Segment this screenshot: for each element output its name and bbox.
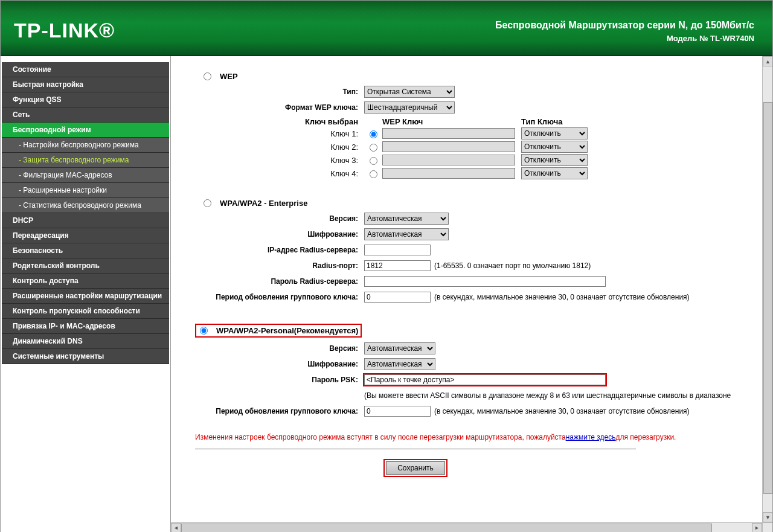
psk-pw-input[interactable] xyxy=(364,374,606,385)
wep-type-label: Тип: xyxy=(195,88,364,96)
sidebar-nav: СостояниеБыстрая настройкаФункция QSSСет… xyxy=(1,56,170,532)
scroll-thumb-v[interactable] xyxy=(763,102,772,494)
ent-version-label: Версия: xyxy=(195,214,364,223)
reboot-link[interactable]: нажмите здесь xyxy=(566,433,616,441)
sidebar-item-17[interactable]: Привязка IP- и MAC-адресов xyxy=(2,319,169,334)
psk-gk-hint: (в секундах, минимальное значение 30, 0 … xyxy=(434,407,690,415)
main-content: WEP Тип: Открытая Система Формат WEP клю… xyxy=(170,56,772,532)
sidebar-item-15[interactable]: Расширенные настройки маршрутизации xyxy=(2,289,169,304)
sidebar-item-8[interactable]: - Расширенные настройки xyxy=(2,183,169,198)
sidebar-item-1[interactable]: Быстрая настройка xyxy=(2,77,169,92)
sidebar-item-0[interactable]: Состояние xyxy=(2,62,169,77)
sidebar-item-3[interactable]: Сеть xyxy=(2,107,169,123)
sidebar-item-4[interactable]: Беспроводной режим xyxy=(2,123,169,138)
psk-gk-label: Период обновления группового ключа: xyxy=(195,407,364,415)
psk-pw-hint: (Вы можете ввести ASCII символы в диапаз… xyxy=(364,391,731,400)
sidebar-item-16[interactable]: Контроль пропускной способности xyxy=(2,304,169,319)
scroll-right-icon[interactable]: ► xyxy=(752,523,762,533)
wep-key-2-input[interactable] xyxy=(382,141,515,152)
radius-port-label: Radius-порт: xyxy=(195,261,364,270)
sidebar-item-18[interactable]: Динамический DNS xyxy=(2,334,169,349)
brand-logo: TP-LINK® xyxy=(14,19,115,42)
sidebar-item-2[interactable]: Функция QSS xyxy=(2,92,169,107)
psk-enc-select[interactable]: Автоматическая xyxy=(364,358,435,370)
sidebar-item-9[interactable]: - Статистика беспроводного режима xyxy=(2,198,169,213)
sidebar-item-11[interactable]: Переадресация xyxy=(2,228,169,243)
horizontal-scrollbar[interactable]: ◄ ► xyxy=(171,522,762,532)
header-banner: TP-LINK® Беспроводной Маршрутизатор сери… xyxy=(1,1,772,56)
wep-key-1-radio[interactable] xyxy=(370,130,377,138)
sidebar-item-14[interactable]: Контроль доступа xyxy=(2,274,169,289)
wep-key-1-input[interactable] xyxy=(382,128,515,139)
wep-key-2-label: Ключ 2: xyxy=(195,143,364,152)
wep-key-3-input[interactable] xyxy=(382,155,515,165)
reboot-warning: Изменения настроек беспроводного режима … xyxy=(195,433,766,441)
ent-enc-label: Шифрование: xyxy=(195,230,364,239)
radius-pw-label: Пароль Radius-сервера: xyxy=(195,277,364,286)
save-button[interactable]: Сохранить xyxy=(386,461,445,475)
wep-format-select[interactable]: Шестнадцатеричный xyxy=(364,101,455,114)
sidebar-item-13[interactable]: Родительский контроль xyxy=(2,258,169,274)
enterprise-title: WPA/WPA2 - Enterprise xyxy=(220,199,307,208)
scroll-thumb-h[interactable] xyxy=(181,524,712,533)
sidebar-item-6[interactable]: - Защита беспроводного режима xyxy=(2,153,169,168)
wep-type-select[interactable]: Открытая Система xyxy=(364,86,455,98)
wep-keytype-header: Тип Ключа xyxy=(521,117,562,126)
security-mode-enterprise-radio[interactable] xyxy=(204,199,211,207)
psk-version-label: Версия: xyxy=(195,344,364,353)
radius-port-hint: (1-65535. 0 означает порт по умолчанию 1… xyxy=(434,261,591,270)
radius-port-input[interactable] xyxy=(364,260,431,271)
header-title: Беспроводной Маршрутизатор серии N, до 1… xyxy=(495,20,754,31)
radius-ip-label: IP-адрес Radius-сервера: xyxy=(195,246,364,254)
wep-key-2-type-select[interactable]: Отключить xyxy=(521,141,588,153)
wep-title: WEP xyxy=(220,72,238,81)
ent-version-select[interactable]: Автоматическая xyxy=(364,213,449,225)
wep-key-1-label: Ключ 1: xyxy=(195,129,364,138)
wep-key-3-radio[interactable] xyxy=(370,157,377,165)
security-mode-personal-radio[interactable] xyxy=(200,327,208,335)
psk-enc-label: Шифрование: xyxy=(195,360,364,368)
wep-key-4-radio[interactable] xyxy=(370,170,377,178)
sidebar-item-19[interactable]: Системные инструменты xyxy=(2,349,169,364)
wep-key-2-radio[interactable] xyxy=(370,144,377,152)
wep-key-4-input[interactable] xyxy=(382,168,515,179)
wep-key-1-type-select[interactable]: Отключить xyxy=(521,127,588,139)
psk-gk-input[interactable] xyxy=(364,406,431,417)
sidebar-item-10[interactable]: DHCP xyxy=(2,213,169,228)
wep-selected-header: Ключ выбран xyxy=(195,117,364,126)
scroll-left-icon[interactable]: ◄ xyxy=(171,523,181,533)
divider xyxy=(195,449,636,449)
wep-key-3-type-select[interactable]: Отключить xyxy=(521,154,588,166)
wep-key-4-type-select[interactable]: Отключить xyxy=(521,167,588,179)
personal-title: WPA/WPA2-Personal(Рекомендуется) xyxy=(216,326,358,335)
radius-pw-input[interactable] xyxy=(364,276,606,287)
scroll-up-icon[interactable]: ▲ xyxy=(763,56,772,66)
vertical-scrollbar[interactable]: ▲ ▼ xyxy=(762,56,772,522)
header-model: Модель № TL-WR740N xyxy=(667,34,754,43)
wep-key-3-label: Ключ 3: xyxy=(195,156,364,165)
wep-key-4-label: Ключ 4: xyxy=(195,169,364,178)
ent-gk-input[interactable] xyxy=(364,292,431,303)
scroll-down-icon[interactable]: ▼ xyxy=(763,512,772,522)
scroll-corner xyxy=(762,522,772,532)
sidebar-item-12[interactable]: Безопасность xyxy=(2,243,169,258)
security-mode-wep-radio[interactable] xyxy=(204,72,211,80)
ent-enc-select[interactable]: Автоматическая xyxy=(364,228,449,240)
wep-key-header: WEP Ключ xyxy=(382,117,521,126)
wep-format-label: Формат WEP ключа: xyxy=(195,103,364,112)
psk-pw-label: Пароль PSK: xyxy=(195,376,364,384)
sidebar-item-5[interactable]: - Настройки беспроводного режима xyxy=(2,138,169,153)
ent-gk-hint: (в секундах, минимальное значение 30, 0 … xyxy=(434,293,690,301)
sidebar-item-7[interactable]: - Фильтрация MAC-адресов xyxy=(2,168,169,183)
psk-version-select[interactable]: Автоматическая xyxy=(364,342,435,354)
radius-ip-input[interactable] xyxy=(364,245,431,255)
ent-gk-label: Период обновления группового ключа: xyxy=(195,293,364,301)
personal-highlight: WPA/WPA2-Personal(Рекомендуется) xyxy=(195,324,362,338)
